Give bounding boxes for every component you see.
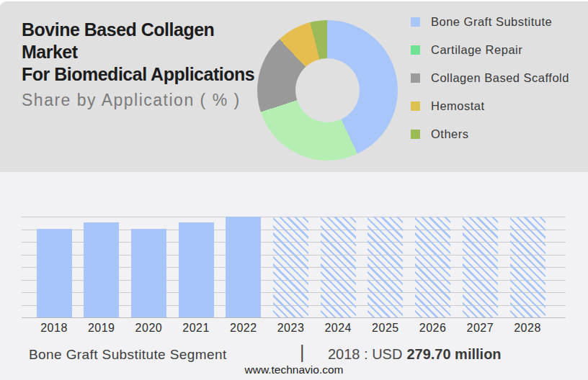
- bar-2026: [415, 217, 450, 317]
- x-tick-label: 2019: [78, 322, 125, 335]
- infographic: Bovine Based Collagen Market For Biomedi…: [0, 0, 588, 380]
- legend-swatch-icon: [411, 45, 420, 55]
- caption-segment-label: Bone Graft Substitute Segment: [29, 347, 227, 363]
- page-title-line1: Bovine Based Collagen Market: [22, 19, 259, 63]
- footer-url[interactable]: www.technavio.com: [0, 363, 588, 376]
- bar-2024: [321, 217, 356, 317]
- x-tick-label: 2024: [314, 322, 362, 335]
- title-block: Bovine Based Collagen Market For Biomedi…: [22, 19, 259, 110]
- x-tick-label: 2025: [362, 322, 409, 335]
- caption-value-prefix: 2018 : USD: [328, 346, 402, 362]
- legend-item: Hemostat: [411, 92, 584, 120]
- x-tick-label: 2021: [172, 322, 220, 335]
- legend-swatch-icon: [411, 130, 420, 139]
- bar-2020: [131, 229, 166, 317]
- x-tick-label: 2028: [504, 322, 551, 335]
- chart-section: 2018201920202021202220232024202520262027…: [0, 172, 588, 380]
- bar-2021: [179, 222, 214, 317]
- page-title-line2: For Biomedical Applications: [22, 63, 259, 86]
- legend-item: Bone Graft Substitute: [411, 8, 584, 36]
- bar-2028: [510, 217, 545, 317]
- x-axis-line: [22, 317, 566, 318]
- caption-separator: |: [300, 342, 305, 363]
- caption-value: 2018 : USD279.70 million: [328, 346, 502, 363]
- x-tick-label: 2026: [409, 322, 457, 335]
- legend-swatch-icon: [411, 101, 420, 111]
- bar-2018: [37, 229, 72, 317]
- legend: Bone Graft SubstituteCartilage RepairCol…: [411, 8, 584, 148]
- legend-swatch-icon: [411, 17, 420, 27]
- caption-value-amount: 279.70 million: [406, 346, 501, 362]
- bar-chart: 2018201920202021202220232024202520262027…: [22, 217, 566, 317]
- legend-item: Others: [411, 120, 584, 148]
- bar-2022: [226, 217, 261, 317]
- legend-item: Cartilage Repair: [411, 36, 584, 64]
- legend-label: Others: [431, 127, 469, 141]
- bar-2019: [84, 222, 119, 317]
- header-section: Bovine Based Collagen Market For Biomedi…: [0, 0, 588, 173]
- chart-subtitle: Share by Application ( % ): [22, 91, 259, 110]
- bar-2027: [463, 217, 498, 317]
- x-tick-label: 2027: [456, 322, 504, 335]
- legend-swatch-icon: [411, 73, 420, 83]
- donut-chart: [257, 20, 398, 160]
- x-tick-label: 2022: [220, 322, 267, 335]
- donut-hole: [295, 58, 360, 122]
- legend-label: Cartilage Repair: [431, 43, 522, 57]
- x-tick-label: 2023: [267, 322, 315, 335]
- legend-item: Collagen Based Scaffold: [411, 64, 584, 92]
- legend-label: Hemostat: [431, 99, 485, 113]
- legend-label: Collagen Based Scaffold: [431, 71, 569, 85]
- legend-label: Bone Graft Substitute: [431, 15, 552, 29]
- bar-2023: [273, 217, 308, 317]
- x-tick-label: 2018: [30, 322, 78, 335]
- bar-2025: [368, 217, 403, 317]
- x-tick-label: 2020: [125, 322, 172, 335]
